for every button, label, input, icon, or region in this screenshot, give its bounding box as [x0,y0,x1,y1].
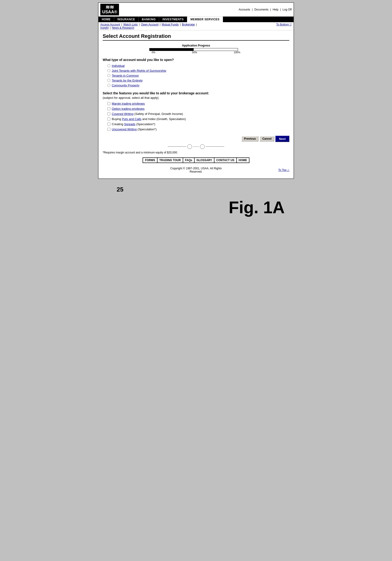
checkbox-margin[interactable]: Margin trading privileges [107,102,289,105]
subnav-open-account[interactable]: Open Account [141,23,158,26]
covered-link[interactable]: Covered Writing [112,112,134,116]
flag-icon: ≋≋ [105,5,114,10]
subnav-insight[interactable]: Insight [100,26,109,29]
to-top-link[interactable]: To Top △ [278,168,289,172]
subnav-access-account[interactable]: Access Account [100,23,120,26]
checkbox-spreads[interactable]: Creating Spreads (Speculation*) [107,122,289,126]
option-link[interactable]: Option trading privileges [112,107,144,110]
checkbox-spreads-label[interactable]: Creating Spreads (Speculation*) [112,122,155,126]
radio-tenants-entirety-label[interactable]: Tenants by the Entirety [112,79,143,82]
radio-community-input[interactable] [107,84,110,87]
checkbox-uncovered[interactable]: Uncovered Writing (Speculation*) [107,128,289,131]
deco-center: ~~~~ [193,145,199,148]
accounts-link[interactable]: Accounts [239,8,250,11]
footer-faqs[interactable]: FAQs [183,158,195,162]
progress-50: 50% [192,51,197,54]
buttons-row: Previous Cancel Next [103,136,289,142]
nav-investments[interactable]: INVESTMENTS [159,17,187,22]
page-number: 25 [98,186,294,193]
usaa-logo: ≋≋ USAA® [100,4,119,15]
checkbox-uncovered-input[interactable] [107,128,110,131]
question1-section: What type of account would you like to o… [103,58,289,87]
footer-forms[interactable]: FORMS [143,158,157,162]
margin-link[interactable]: Margin trading privileges [112,102,145,105]
logo-text: USAA® [102,10,117,14]
question1-text: What type of account would you like to o… [103,58,289,62]
help-link[interactable]: Help [273,8,278,11]
subnav-brokerage[interactable]: Brokerage [182,23,195,26]
sub-nav: Access Account | Watch Lists | Open Acco… [98,22,294,30]
radio-tenants-common[interactable]: Tenants in Common [107,74,289,77]
progress-0: 0% [152,51,155,54]
subnav-news-research[interactable]: News & Research [112,26,134,29]
footer-nav: FORMS TRADING TOUR FAQs GLOSSARY CONTACT… [143,157,249,163]
footer-bottom: Copyright © 1997-2001, USAA. All Rights … [103,166,289,174]
deco-circle-left [187,144,192,149]
deco-line-left [168,146,186,147]
puts-calls-link[interactable]: Puts and Calls [122,117,141,121]
main-content: Select Account Registration Application … [98,30,294,178]
footer-contact-us[interactable]: CONTACT US [215,158,237,162]
subnav-mutual-funds[interactable]: Mutual Funds [162,23,179,26]
logoff-link[interactable]: Log Off [283,8,292,11]
checkbox-margin-label[interactable]: Margin trading privileges [112,102,145,105]
checkbox-puts-calls[interactable]: Buying Puts and Calls and Index (Growth,… [107,117,289,121]
nav-member-services[interactable]: MEMBER SERVICES [187,17,223,22]
progress-track [149,48,238,51]
checkbox-puts-calls-label[interactable]: Buying Puts and Calls and Index (Growth,… [112,117,186,121]
radio-individual[interactable]: Individual [107,64,289,67]
progress-section: Application Progress 0% 50% 100% [103,44,289,54]
checkbox-option[interactable]: Option trading privileges [107,107,289,110]
documents-link[interactable]: Documents [254,8,268,11]
checkbox-covered-input[interactable] [107,112,110,115]
footnote: *Requires margin account and a minimum e… [103,151,289,154]
checkbox-puts-calls-input[interactable] [107,118,110,120]
question2-text: Select the features you would like to ad… [103,91,289,95]
logo-area: ≋≋ USAA® [100,4,121,15]
checkbox-covered-label[interactable]: Covered Writing (Safety of Principal, Gr… [112,112,183,116]
footer-trading-tour[interactable]: TRADING TOUR [157,158,183,162]
checkbox-option-label[interactable]: Option trading privileges [112,107,144,110]
footer-glossary[interactable]: GLOSSARY [195,158,215,162]
top-bar: ≋≋ USAA® Accounts | Documents | Help | L… [98,3,294,17]
sub-nav-links: Access Account | Watch Lists | Open Acco… [100,23,197,29]
radio-individual-label[interactable]: Individual [112,64,124,67]
progress-100: 100% [234,51,240,54]
radio-joint-label[interactable]: Joint Tenants with Rights of Survivorshi… [112,69,166,72]
footer-home[interactable]: HOME [237,158,249,162]
checkbox-spreads-input[interactable] [107,123,110,126]
nav-bar: HOME INSURANCE BANKING INVESTMENTS MEMBE… [98,17,294,22]
deco-circle-right [200,144,205,149]
nav-insurance[interactable]: INSURANCE [114,17,139,22]
progress-label: Application Progress [103,44,289,47]
deco-line-right [206,146,224,147]
radio-joint-tenants[interactable]: Joint Tenants with Rights of Survivorshi… [107,69,289,72]
previous-button[interactable]: Previous [241,136,259,141]
nav-home[interactable]: HOME [98,17,114,22]
checkbox-uncovered-label[interactable]: Uncovered Writing (Speculation*) [112,128,156,131]
radio-individual-input[interactable] [107,64,110,67]
top-links: Accounts | Documents | Help | Log Off [238,8,292,11]
radio-community[interactable]: Community Property [107,84,289,87]
spreads-link[interactable]: Spreads [124,122,135,126]
question2-section: Select the features you would like to ad… [103,91,289,131]
uncovered-link[interactable]: Uncovered Writing [112,128,137,131]
radio-tenants-entirety[interactable]: Tenants by the Entirety [107,79,289,82]
checkbox-option-input[interactable] [107,107,110,110]
radio-tenants-common-input[interactable] [107,74,110,77]
page-title: Select Account Registration [103,33,289,41]
deco-line: ~~~~ [103,144,289,149]
radio-community-label[interactable]: Community Property [112,84,139,87]
checkbox-margin-input[interactable] [107,102,110,105]
radio-tenants-entirety-input[interactable] [107,79,110,82]
checkbox-covered[interactable]: Covered Writing (Safety of Principal, Gr… [107,112,289,116]
cancel-button[interactable]: Cancel [259,136,274,141]
to-bottom-link[interactable]: To Bottom ▽ [276,23,292,26]
subnav-watch-lists[interactable]: Watch Lists [124,23,138,26]
copyright: Copyright © 1997-2001, USAA. All Rights … [165,167,227,173]
next-button[interactable]: Next [275,136,289,142]
radio-joint-input[interactable] [107,69,110,72]
nav-banking[interactable]: BANKING [139,17,159,22]
radio-tenants-common-label[interactable]: Tenants in Common [112,74,139,77]
fig-label: Fig. 1A [98,198,294,217]
